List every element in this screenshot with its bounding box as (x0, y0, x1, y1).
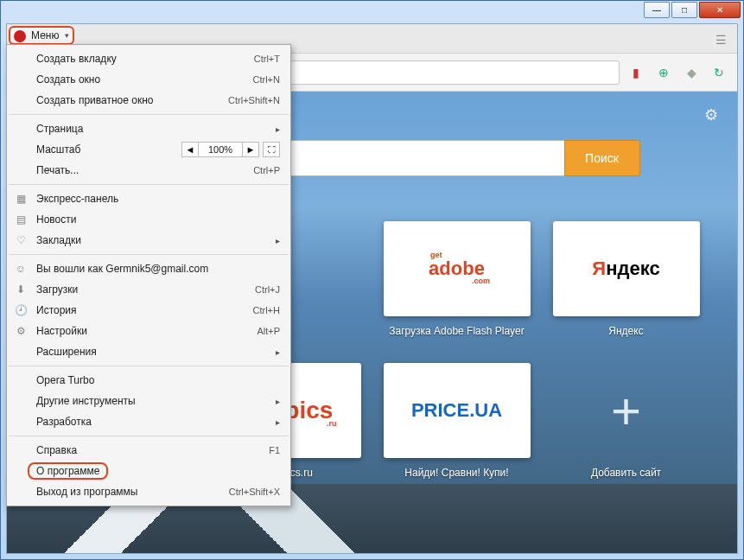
tile-label: Добавить сайт (591, 467, 661, 479)
submenu-arrow-icon: ▸ (276, 236, 280, 245)
label: Другие инструменты (36, 395, 136, 407)
label: Создать окно (36, 73, 100, 86)
tile-add[interactable]: + Добавить сайт (553, 363, 700, 479)
label: История (36, 304, 77, 316)
shield-icon[interactable]: ◆ (684, 65, 699, 80)
shortcut: Ctrl+Shift+N (228, 95, 280, 105)
menu-help[interactable]: СправкаF1 (7, 440, 290, 461)
clock-icon: 🕘 (14, 304, 28, 316)
label: Opera Turbo (36, 374, 94, 386)
menu-downloads[interactable]: ⬇ЗагрузкиCtrl+J (7, 279, 290, 300)
label: О программе (36, 465, 99, 477)
menu-separator (9, 114, 289, 115)
submenu-arrow-icon: ▸ (276, 417, 280, 427)
label: Новости (36, 213, 76, 226)
menu-news[interactable]: ▤Новости (7, 209, 290, 230)
menu-settings[interactable]: ⚙НастройкиAlt+P (7, 321, 290, 341)
opera-menu-button[interactable]: Меню (9, 26, 74, 45)
menu-account[interactable]: ☺Вы вошли как Germnik5@gmail.com (7, 258, 290, 279)
tile-box: Яндекс (553, 221, 700, 316)
titlebar: — □ ✕ (1, 1, 743, 23)
label: Масштаб (36, 143, 80, 156)
menu-new-private[interactable]: Создать приватное окноCtrl+Shift+N (7, 90, 290, 111)
plus-icon: + (611, 381, 641, 441)
zoom-value: 100% (199, 142, 242, 157)
gear-icon: ⚙ (14, 325, 28, 337)
menu-separator (9, 184, 289, 185)
label: Страница (36, 123, 83, 135)
label: Загрузки (36, 283, 78, 296)
maximize-button[interactable]: □ (671, 2, 697, 18)
zoom-controls: ◄ 100% ► ⛶ (181, 142, 280, 157)
toolbar-icons: ▮ ⊕ ◆ ↻ (628, 65, 727, 80)
menu-speed-dial[interactable]: ▦Экспресс-панель (7, 188, 290, 209)
heart-icon: ♡ (14, 234, 28, 246)
shortcut: Ctrl+N (253, 74, 280, 85)
menu-zoom[interactable]: Масштаб ◄ 100% ► ⛶ (7, 139, 290, 160)
shortcut: Alt+P (257, 326, 280, 336)
shortcut: Ctrl+H (253, 305, 280, 315)
menu-history[interactable]: 🕘ИсторияCtrl+H (7, 300, 290, 321)
label: Настройки (36, 325, 87, 337)
label: Справка (36, 444, 77, 456)
shortcut: Ctrl+Shift+X (229, 487, 280, 497)
menu-extensions[interactable]: Расширения▸ (7, 341, 290, 362)
menu-page[interactable]: Страница▸ (7, 118, 290, 139)
menu-about[interactable]: О программе (7, 461, 290, 481)
tile-adobe[interactable]: get adobe .com Загрузка Adobe Flash Play… (384, 221, 531, 337)
label: Экспресс-панель (36, 193, 118, 205)
close-button[interactable]: ✕ (699, 2, 741, 18)
tile-yandex[interactable]: Яндекс Яндекс (553, 221, 700, 337)
grid-icon: ▦ (14, 193, 28, 205)
menu-separator (9, 436, 289, 436)
search-button[interactable]: Поиск (564, 140, 640, 176)
sync-icon[interactable]: ↻ (711, 65, 727, 80)
label: Вы вошли как Germnik5@gmail.com (36, 263, 208, 275)
shortcut: Ctrl+P (253, 165, 280, 175)
menu-exit[interactable]: Выход из программыCtrl+Shift+X (7, 481, 290, 502)
zoom-out-button[interactable]: ◄ (181, 142, 199, 157)
menu-button-label: Меню (31, 29, 59, 41)
minimize-button[interactable]: — (644, 2, 670, 18)
globe-icon[interactable]: ⊕ (656, 65, 671, 80)
fullscreen-button[interactable]: ⛶ (263, 142, 280, 157)
menu-developer[interactable]: Разработка▸ (7, 411, 290, 432)
user-icon: ☺ (14, 263, 28, 275)
shortcut: Ctrl+J (255, 284, 280, 295)
menu-separator (9, 254, 289, 255)
submenu-arrow-icon: ▸ (276, 124, 280, 134)
zoom-in-button[interactable]: ► (242, 142, 259, 157)
label: Печать... (36, 164, 79, 176)
menu-bookmarks[interactable]: ♡Закладки▸ (7, 230, 290, 251)
tile-priceua[interactable]: PRICE.UA Найди! Сравни! Купи! (384, 363, 531, 479)
label: Закладки (36, 234, 81, 246)
tab-overflow-icon[interactable]: ☰ (715, 33, 727, 47)
window-frame: — □ ✕ Меню ☰ ◄ ► ↻ ▮ ⊕ ◆ ↻ (0, 0, 744, 560)
label: Создать вкладку (36, 53, 117, 65)
menu-turbo[interactable]: Opera Turbo (7, 370, 290, 391)
label: Выход из программы (36, 486, 137, 498)
shortcut: F1 (269, 445, 280, 455)
tile-label: Найди! Сравни! Купи! (404, 467, 508, 479)
submenu-arrow-icon: ▸ (276, 347, 280, 357)
about-highlight: О программе (28, 462, 108, 480)
customize-gear-icon[interactable]: ⚙ (704, 105, 718, 124)
opera-main-menu: Создать вкладкуCtrl+T Создать окноCtrl+N… (6, 44, 291, 506)
menu-print[interactable]: Печать...Ctrl+P (7, 160, 290, 181)
bookmark-icon[interactable]: ▮ (628, 65, 644, 80)
tile-box: + (553, 363, 700, 458)
menu-other-tools[interactable]: Другие инструменты▸ (7, 391, 290, 411)
menu-new-window[interactable]: Создать окноCtrl+N (7, 69, 290, 90)
news-icon: ▤ (14, 213, 28, 226)
label: Расширения (36, 346, 97, 358)
tile-label: Загрузка Adobe Flash Player (389, 325, 525, 337)
tile-label: Яндекс (608, 325, 643, 337)
shortcut: Ctrl+T (254, 54, 280, 64)
menu-separator (9, 366, 289, 366)
label: Разработка (36, 416, 92, 428)
download-icon: ⬇ (14, 283, 28, 296)
menu-new-tab[interactable]: Создать вкладкуCtrl+T (7, 48, 290, 69)
tile-box: get adobe .com (384, 221, 531, 316)
label: Создать приватное окно (36, 94, 154, 106)
tile-box: PRICE.UA (384, 363, 531, 458)
